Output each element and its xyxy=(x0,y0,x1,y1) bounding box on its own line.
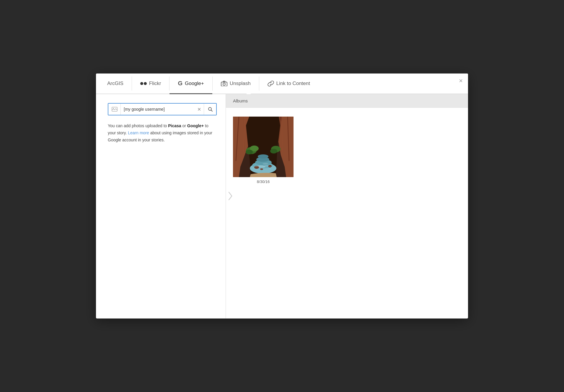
svg-point-1 xyxy=(144,82,147,85)
tab-link-to-content[interactable]: Link to Content xyxy=(259,74,318,94)
svg-point-0 xyxy=(140,82,143,85)
search-bar: ✕ xyxy=(108,103,217,115)
panel-separator-arrow xyxy=(226,189,234,203)
tab-flickr[interactable]: Flickr xyxy=(132,74,169,94)
albums-header: Albums xyxy=(226,94,468,108)
link-to-content-label: Link to Content xyxy=(276,81,310,86)
flickr-label: Flickr xyxy=(149,81,161,86)
svg-point-26 xyxy=(263,163,268,165)
svg-point-24 xyxy=(258,154,268,159)
link-icon xyxy=(268,80,274,87)
right-panel: Albums xyxy=(226,94,468,318)
modal-overlay: × ArcGIS Flickr G Google+ xyxy=(0,0,564,392)
tab-unsplash[interactable]: Unsplash xyxy=(213,74,259,94)
unsplash-label: Unsplash xyxy=(230,81,251,86)
description-text: You can add photos uploaded to Picasa or… xyxy=(108,122,217,143)
image-icon xyxy=(108,103,121,115)
google-plus-icon: G xyxy=(178,80,182,87)
google-plus-label: Google+ xyxy=(185,81,204,86)
picasa-bold: Picasa xyxy=(168,123,181,128)
tab-bar: ArcGIS Flickr G Google+ xyxy=(96,74,468,94)
modal-body: ✕ You can add photos uploaded to Picasa … xyxy=(96,94,468,318)
learn-more-link[interactable]: Learn more xyxy=(128,130,149,135)
arcgis-label: ArcGIS xyxy=(107,81,123,86)
album-item[interactable]: 8/30/16 xyxy=(233,117,294,184)
albums-content: 8/30/16 xyxy=(226,108,468,318)
svg-point-3 xyxy=(223,83,225,85)
svg-line-7 xyxy=(211,110,212,112)
albums-title: Albums xyxy=(233,98,248,103)
search-input[interactable] xyxy=(121,104,194,115)
flickr-icon xyxy=(140,81,147,86)
modal-dialog: × ArcGIS Flickr G Google+ xyxy=(96,74,468,318)
album-thumbnail xyxy=(233,117,294,177)
left-panel: ✕ You can add photos uploaded to Picasa … xyxy=(96,94,226,318)
unsplash-icon xyxy=(221,81,227,86)
clear-search-button[interactable]: ✕ xyxy=(194,104,204,115)
album-label: 8/30/16 xyxy=(257,179,270,184)
svg-point-32 xyxy=(246,150,253,154)
tab-arcgis[interactable]: ArcGIS xyxy=(99,74,132,94)
tab-google-plus[interactable]: G Google+ xyxy=(169,74,212,94)
svg-point-34 xyxy=(270,149,277,153)
search-button[interactable] xyxy=(204,104,216,115)
close-button[interactable]: × xyxy=(459,78,463,84)
google-plus-bold: Google+ xyxy=(187,123,204,128)
